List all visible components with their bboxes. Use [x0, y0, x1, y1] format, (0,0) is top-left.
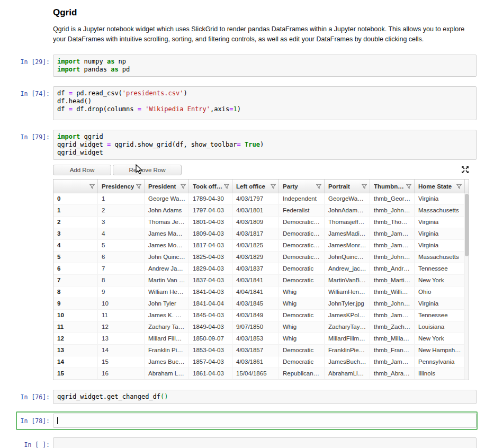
grid-cell[interactable]: 3: [98, 217, 145, 228]
grid-cell[interactable]: John Quincy A...: [145, 252, 189, 263]
column-header-took-office[interactable]: Took office: [189, 180, 232, 193]
grid-cell[interactable]: 9/07/1850: [232, 321, 279, 333]
grid-cell[interactable]: Martin Van Buren: [145, 275, 189, 286]
grid-cell[interactable]: MillardFillmore...: [325, 333, 370, 344]
grid-cell[interactable]: 5: [53, 252, 98, 263]
grid-cell[interactable]: Democratic: [279, 356, 325, 368]
grid-cell[interactable]: 10: [53, 310, 98, 321]
grid-cell[interactable]: 1841-04-03: [189, 286, 232, 298]
grid-cell[interactable]: William Henry ...: [145, 286, 189, 298]
grid-cell[interactable]: Democratic: [279, 275, 325, 286]
grid-cell[interactable]: thmb_Franklin...: [370, 345, 415, 356]
grid-cell[interactable]: 1797-04-03: [189, 205, 232, 216]
grid-cell[interactable]: 14: [53, 356, 98, 368]
grid-cell[interactable]: 2: [98, 205, 145, 216]
grid-cell[interactable]: 0: [53, 193, 98, 204]
grid-cell[interactable]: Virginia: [415, 240, 465, 251]
grid-cell[interactable]: JamesBuchan...: [325, 356, 370, 368]
grid-cell[interactable]: 8: [53, 286, 98, 298]
grid-cell[interactable]: JohnAdams.jpg: [325, 205, 370, 216]
grid-cell[interactable]: 3: [53, 228, 98, 239]
grid-cell[interactable]: 1809-04-03: [189, 228, 232, 239]
grid-cell[interactable]: Democratic-Re...: [279, 240, 325, 251]
grid-scrollbar-thumb[interactable]: [465, 194, 469, 256]
grid-cell[interactable]: FranklinPierce.gif: [325, 345, 370, 356]
grid-cell[interactable]: Democratic-Re...: [279, 252, 325, 263]
grid-cell[interactable]: Louisiana: [415, 321, 465, 333]
grid-cell[interactable]: thmb_MartinVa...: [370, 275, 415, 286]
grid-cell[interactable]: New York: [415, 333, 465, 344]
grid-cell[interactable]: Tennessee: [415, 263, 465, 274]
grid-cell[interactable]: thmb_WilliamH...: [370, 286, 415, 298]
grid-cell[interactable]: 4/03/1825: [232, 240, 279, 251]
grid-cell[interactable]: thmb_JamesM...: [370, 228, 415, 239]
grid-cell[interactable]: WilliamHenryH...: [325, 286, 370, 298]
grid-cell[interactable]: Zachary Taylor: [145, 321, 189, 333]
grid-cell[interactable]: 1789-04-30: [189, 193, 232, 204]
code-input-79[interactable]: import qgridqgrid_widget = qgrid.show_gr…: [53, 130, 477, 160]
grid-cell[interactable]: 14: [98, 345, 145, 356]
grid-cell[interactable]: MartinVanBure...: [325, 275, 370, 286]
expand-fullscreen-icon[interactable]: [461, 166, 469, 174]
grid-cell[interactable]: JamesMonroe.gif: [325, 240, 370, 251]
grid-cell[interactable]: Democratic-Re...: [279, 228, 325, 239]
grid-cell[interactable]: James K. Polk: [145, 310, 189, 321]
grid-cell[interactable]: Whig: [279, 286, 325, 298]
grid-cell[interactable]: Democratic: [279, 310, 325, 321]
grid-cell[interactable]: Pennsylvania: [415, 356, 465, 368]
grid-cell[interactable]: Illinois: [415, 368, 465, 379]
grid-cell[interactable]: Andrew_jacks...: [325, 263, 370, 274]
grid-cell[interactable]: New Hampshire: [415, 345, 465, 356]
grid-cell[interactable]: 6: [98, 252, 145, 263]
grid-cell[interactable]: Andrew Jackson: [145, 263, 189, 274]
grid-cell[interactable]: Whig: [279, 321, 325, 333]
filter-icon-index[interactable]: [89, 184, 95, 189]
filter-icon-portrait[interactable]: [362, 184, 367, 189]
grid-cell[interactable]: Virginia: [415, 217, 465, 228]
grid-cell[interactable]: 11: [98, 310, 145, 321]
grid-cell[interactable]: John Adams: [145, 205, 189, 216]
grid-cell[interactable]: 4/03/1853: [232, 333, 279, 344]
grid-cell[interactable]: Democratic: [279, 345, 325, 356]
grid-cell[interactable]: James Monroe: [145, 240, 189, 251]
grid-cell[interactable]: thmb_George...: [370, 193, 415, 204]
grid-cell[interactable]: thmb_Abraha...: [370, 368, 415, 379]
grid-cell[interactable]: Thomas Jeffer...: [145, 217, 189, 228]
filter-icon-took-office[interactable]: [224, 184, 229, 189]
grid-cell[interactable]: 4/04/1841: [232, 286, 279, 298]
column-header-home-state[interactable]: Home State: [415, 180, 465, 193]
grid-cell[interactable]: thmb_JamesM...: [370, 240, 415, 251]
grid-cell[interactable]: 9: [98, 286, 145, 298]
column-header-president[interactable]: President: [145, 180, 189, 193]
grid-cell[interactable]: 2: [53, 217, 98, 228]
filter-icon-left-office[interactable]: [271, 184, 276, 189]
grid-cell[interactable]: thmb_JohnTyle...: [370, 298, 415, 309]
grid-cell[interactable]: George Washi...: [145, 193, 189, 204]
grid-cell[interactable]: 1: [98, 193, 145, 204]
add-row-button[interactable]: Add Row: [53, 165, 111, 175]
column-header-left-office[interactable]: Left office: [232, 180, 279, 193]
grid-cell[interactable]: JohnTyler.jpg: [325, 298, 370, 309]
grid-cell[interactable]: 8: [98, 275, 145, 286]
grid-cell[interactable]: 16: [98, 368, 145, 379]
grid-cell[interactable]: Independent: [279, 193, 325, 204]
grid-cell[interactable]: 5: [98, 240, 145, 251]
grid-cell[interactable]: Millard Fillmore: [145, 333, 189, 344]
grid-cell[interactable]: 1853-04-03: [189, 345, 232, 356]
grid-cell[interactable]: 1817-04-03: [189, 240, 232, 251]
grid-cell[interactable]: Franklin Pierce: [145, 345, 189, 356]
grid-cell[interactable]: 4/03/1849: [232, 310, 279, 321]
grid-cell[interactable]: thmb_Zachary...: [370, 321, 415, 333]
grid-cell[interactable]: 1849-04-03: [189, 321, 232, 333]
grid-cell[interactable]: JamesKPolk.gif: [325, 310, 370, 321]
grid-cell[interactable]: Tennessee: [415, 310, 465, 321]
grid-cell[interactable]: 1829-04-03: [189, 263, 232, 274]
column-header-party[interactable]: Party: [279, 180, 325, 193]
grid-cell[interactable]: 4/03/1797: [232, 193, 279, 204]
grid-cell[interactable]: 1861-04-03: [189, 368, 232, 379]
grid-cell[interactable]: 4/03/1841: [232, 275, 279, 286]
grid-cell[interactable]: 4/03/1837: [232, 263, 279, 274]
grid-cell[interactable]: Virginia: [415, 193, 465, 204]
grid-cell[interactable]: 1841-04-04: [189, 298, 232, 309]
filter-icon-home-state[interactable]: [456, 184, 462, 189]
